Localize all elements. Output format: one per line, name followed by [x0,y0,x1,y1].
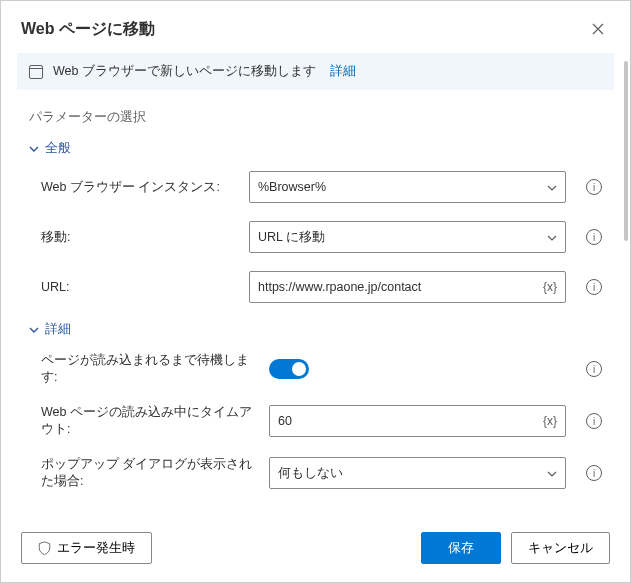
dialog-header: Web ページに移動 [1,1,630,53]
chevron-down-icon [547,182,557,192]
dropdown-popup-value: 何もしない [278,465,343,482]
dropdown-browser-instance[interactable]: %Browser% [249,171,566,203]
label-browser-instance: Web ブラウザー インスタンス: [29,179,239,196]
group-advanced[interactable]: 詳細 [29,321,602,338]
dialog-footer: エラー発生時 保存 キャンセル [1,518,630,582]
label-url: URL: [29,280,239,294]
dropdown-browser-value: %Browser% [258,180,326,194]
label-timeout: Web ページの読み込み中にタイムアウト: [29,404,259,438]
label-wait-load: ページが読み込まれるまで待機します: [29,352,259,386]
save-button[interactable]: 保存 [421,532,501,564]
dropdown-navigate[interactable]: URL に移動 [249,221,566,253]
info-icon[interactable]: i [586,229,602,245]
row-url: URL: https://www.rpaone.jp/contact {x} i [29,271,602,303]
chevron-down-icon [547,468,557,478]
input-timeout-value: 60 [278,414,292,428]
info-icon[interactable]: i [586,361,602,377]
row-navigate: 移動: URL に移動 i [29,221,602,253]
variable-picker-icon[interactable]: {x} [543,414,557,428]
chevron-down-icon [547,232,557,242]
input-url[interactable]: https://www.rpaone.jp/contact {x} [249,271,566,303]
scrollbar-thumb[interactable] [624,61,628,241]
info-icon[interactable]: i [586,413,602,429]
info-link[interactable]: 詳細 [330,63,356,80]
group-advanced-label: 詳細 [45,321,71,338]
shield-icon [38,541,51,555]
info-text: Web ブラウザーで新しいページに移動します [53,63,316,80]
label-popup: ポップアップ ダイアログが表示された場合: [29,456,259,490]
input-timeout[interactable]: 60 {x} [269,405,566,437]
dialog-title: Web ページに移動 [21,19,155,40]
close-icon [592,23,604,35]
row-timeout: Web ページの読み込み中にタイムアウト: 60 {x} i [29,404,602,438]
variable-picker-icon[interactable]: {x} [543,280,557,294]
info-icon[interactable]: i [586,465,602,481]
info-bar: Web ブラウザーで新しいページに移動します 詳細 [17,53,614,90]
chevron-down-icon [29,325,39,335]
dialog-body: パラメーターの選択 全般 Web ブラウザー インスタンス: %Browser%… [1,90,630,518]
scrollbar[interactable] [622,61,628,522]
toggle-wait-load[interactable] [269,359,309,379]
group-general[interactable]: 全般 [29,140,602,157]
dropdown-popup[interactable]: 何もしない [269,457,566,489]
group-general-label: 全般 [45,140,71,157]
close-button[interactable] [586,17,610,41]
dropdown-navigate-value: URL に移動 [258,229,325,246]
row-popup: ポップアップ ダイアログが表示された場合: 何もしない i [29,456,602,490]
row-wait-load: ページが読み込まれるまで待機します: i [29,352,602,386]
label-navigate: 移動: [29,229,239,246]
cancel-button[interactable]: キャンセル [511,532,610,564]
row-browser-instance: Web ブラウザー インスタンス: %Browser% i [29,171,602,203]
input-url-value: https://www.rpaone.jp/contact [258,280,421,294]
chevron-down-icon [29,144,39,154]
browser-icon [29,65,43,79]
info-icon[interactable]: i [586,179,602,195]
on-error-label: エラー発生時 [57,539,135,557]
info-icon[interactable]: i [586,279,602,295]
section-title: パラメーターの選択 [29,108,602,126]
on-error-button[interactable]: エラー発生時 [21,532,152,564]
dialog: Web ページに移動 Web ブラウザーで新しいページに移動します 詳細 パラメ… [0,0,631,583]
